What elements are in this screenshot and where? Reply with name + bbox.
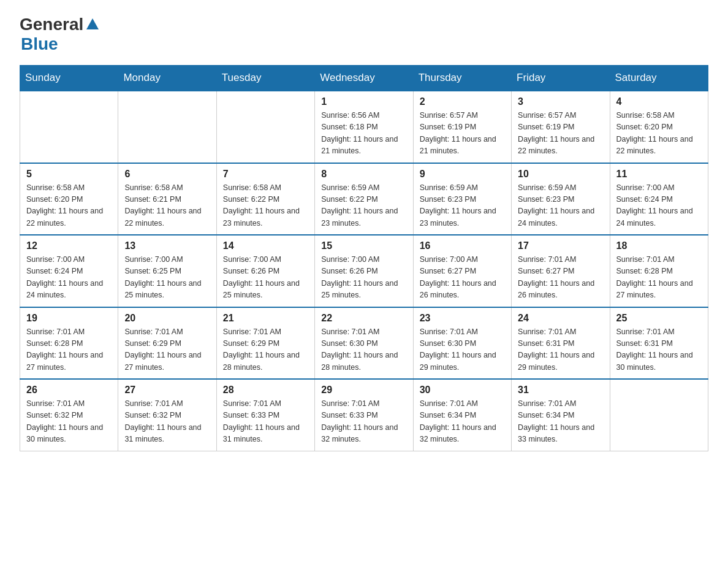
day-number: 11: [616, 169, 702, 180]
day-info: Sunrise: 6:57 AM Sunset: 6:19 PM Dayligh…: [420, 110, 505, 158]
day-number: 26: [26, 385, 112, 396]
header-cell-saturday: Saturday: [610, 66, 708, 91]
day-info: Sunrise: 7:00 AM Sunset: 6:27 PM Dayligh…: [420, 254, 505, 302]
day-cell: 28Sunrise: 7:01 AM Sunset: 6:33 PM Dayli…: [216, 379, 314, 451]
day-info: Sunrise: 7:01 AM Sunset: 6:29 PM Dayligh…: [223, 326, 308, 374]
day-info: Sunrise: 7:01 AM Sunset: 6:30 PM Dayligh…: [420, 326, 505, 374]
day-info: Sunrise: 7:00 AM Sunset: 6:24 PM Dayligh…: [26, 254, 112, 302]
logo-blue-text: Blue: [21, 34, 58, 54]
day-cell: 25Sunrise: 7:01 AM Sunset: 6:31 PM Dayli…: [610, 307, 708, 380]
day-number: 9: [420, 169, 505, 180]
day-info: Sunrise: 7:01 AM Sunset: 6:34 PM Dayligh…: [420, 398, 505, 446]
day-number: 12: [26, 240, 112, 251]
day-info: Sunrise: 7:01 AM Sunset: 6:32 PM Dayligh…: [124, 398, 210, 446]
day-cell: 20Sunrise: 7:01 AM Sunset: 6:29 PM Dayli…: [118, 307, 216, 380]
day-info: Sunrise: 7:01 AM Sunset: 6:33 PM Dayligh…: [321, 398, 406, 446]
day-cell: 9Sunrise: 6:59 AM Sunset: 6:23 PM Daylig…: [413, 163, 511, 236]
day-info: Sunrise: 7:01 AM Sunset: 6:27 PM Dayligh…: [518, 254, 603, 302]
day-number: 15: [321, 240, 406, 251]
day-info: Sunrise: 7:00 AM Sunset: 6:25 PM Dayligh…: [124, 254, 210, 302]
day-cell: [20, 91, 118, 163]
day-info: Sunrise: 6:56 AM Sunset: 6:18 PM Dayligh…: [321, 110, 406, 158]
day-cell: 29Sunrise: 7:01 AM Sunset: 6:33 PM Dayli…: [315, 379, 413, 451]
day-cell: 31Sunrise: 7:01 AM Sunset: 6:34 PM Dayli…: [512, 379, 610, 451]
day-number: 7: [223, 169, 308, 180]
day-number: 29: [321, 385, 406, 396]
day-number: 19: [26, 313, 112, 324]
day-info: Sunrise: 7:00 AM Sunset: 6:24 PM Dayligh…: [616, 182, 702, 230]
day-cell: 7Sunrise: 6:58 AM Sunset: 6:22 PM Daylig…: [216, 163, 314, 236]
calendar-body: 1Sunrise: 6:56 AM Sunset: 6:18 PM Daylig…: [20, 91, 708, 451]
header-row: SundayMondayTuesdayWednesdayThursdayFrid…: [20, 66, 708, 91]
day-number: 17: [518, 240, 603, 251]
week-row-0: 1Sunrise: 6:56 AM Sunset: 6:18 PM Daylig…: [20, 91, 708, 163]
day-cell: 10Sunrise: 6:59 AM Sunset: 6:23 PM Dayli…: [512, 163, 610, 236]
day-info: Sunrise: 7:01 AM Sunset: 6:32 PM Dayligh…: [26, 398, 112, 446]
day-number: 27: [124, 385, 210, 396]
day-cell: 17Sunrise: 7:01 AM Sunset: 6:27 PM Dayli…: [512, 235, 610, 307]
day-cell: 14Sunrise: 7:00 AM Sunset: 6:26 PM Dayli…: [216, 235, 314, 307]
day-cell: 4Sunrise: 6:58 AM Sunset: 6:20 PM Daylig…: [610, 91, 708, 163]
day-cell: 23Sunrise: 7:01 AM Sunset: 6:30 PM Dayli…: [413, 307, 511, 380]
day-cell: 24Sunrise: 7:01 AM Sunset: 6:31 PM Dayli…: [512, 307, 610, 380]
header-cell-monday: Monday: [118, 66, 216, 91]
day-info: Sunrise: 7:01 AM Sunset: 6:28 PM Dayligh…: [616, 254, 702, 302]
day-number: 20: [124, 313, 210, 324]
day-number: 24: [518, 313, 603, 324]
day-info: Sunrise: 6:57 AM Sunset: 6:19 PM Dayligh…: [518, 110, 603, 158]
day-cell: 5Sunrise: 6:58 AM Sunset: 6:20 PM Daylig…: [20, 163, 118, 236]
day-info: Sunrise: 7:01 AM Sunset: 6:31 PM Dayligh…: [518, 326, 603, 374]
day-number: 18: [616, 240, 702, 251]
day-info: Sunrise: 6:59 AM Sunset: 6:23 PM Dayligh…: [518, 182, 603, 230]
day-number: 31: [518, 385, 603, 396]
day-number: 4: [616, 96, 702, 107]
day-cell: [216, 91, 314, 163]
day-info: Sunrise: 7:01 AM Sunset: 6:28 PM Dayligh…: [26, 326, 112, 374]
day-number: 22: [321, 313, 406, 324]
day-cell: 8Sunrise: 6:59 AM Sunset: 6:22 PM Daylig…: [315, 163, 413, 236]
day-info: Sunrise: 6:58 AM Sunset: 6:20 PM Dayligh…: [616, 110, 702, 158]
day-number: 10: [518, 169, 603, 180]
day-number: 5: [26, 169, 112, 180]
day-cell: 3Sunrise: 6:57 AM Sunset: 6:19 PM Daylig…: [512, 91, 610, 163]
day-info: Sunrise: 7:01 AM Sunset: 6:31 PM Dayligh…: [616, 326, 702, 374]
day-number: 21: [223, 313, 308, 324]
day-cell: 1Sunrise: 6:56 AM Sunset: 6:18 PM Daylig…: [315, 91, 413, 163]
day-number: 8: [321, 169, 406, 180]
day-info: Sunrise: 6:58 AM Sunset: 6:21 PM Dayligh…: [124, 182, 210, 230]
day-cell: 22Sunrise: 7:01 AM Sunset: 6:30 PM Dayli…: [315, 307, 413, 380]
day-cell: 21Sunrise: 7:01 AM Sunset: 6:29 PM Dayli…: [216, 307, 314, 380]
day-number: 23: [420, 313, 505, 324]
page-header: General Blue: [20, 15, 708, 54]
day-cell: [610, 379, 708, 451]
calendar-table: SundayMondayTuesdayWednesdayThursdayFrid…: [20, 65, 708, 451]
day-cell: 26Sunrise: 7:01 AM Sunset: 6:32 PM Dayli…: [20, 379, 118, 451]
week-row-2: 12Sunrise: 7:00 AM Sunset: 6:24 PM Dayli…: [20, 235, 708, 307]
day-info: Sunrise: 7:01 AM Sunset: 6:29 PM Dayligh…: [124, 326, 210, 374]
day-number: 14: [223, 240, 308, 251]
day-number: 28: [223, 385, 308, 396]
day-cell: 30Sunrise: 7:01 AM Sunset: 6:34 PM Dayli…: [413, 379, 511, 451]
day-info: Sunrise: 6:59 AM Sunset: 6:23 PM Dayligh…: [420, 182, 505, 230]
logo-line1: General: [20, 15, 102, 34]
day-cell: 6Sunrise: 6:58 AM Sunset: 6:21 PM Daylig…: [118, 163, 216, 236]
day-cell: [118, 91, 216, 163]
day-info: Sunrise: 6:58 AM Sunset: 6:22 PM Dayligh…: [223, 182, 308, 230]
week-row-4: 26Sunrise: 7:01 AM Sunset: 6:32 PM Dayli…: [20, 379, 708, 451]
day-cell: 2Sunrise: 6:57 AM Sunset: 6:19 PM Daylig…: [413, 91, 511, 163]
logo: General Blue: [20, 15, 102, 54]
logo-general-text: General: [20, 15, 83, 34]
day-info: Sunrise: 7:00 AM Sunset: 6:26 PM Dayligh…: [223, 254, 308, 302]
day-number: 16: [420, 240, 505, 251]
day-cell: 15Sunrise: 7:00 AM Sunset: 6:26 PM Dayli…: [315, 235, 413, 307]
day-cell: 27Sunrise: 7:01 AM Sunset: 6:32 PM Dayli…: [118, 379, 216, 451]
logo-arrow-icon: [84, 15, 101, 32]
day-number: 6: [124, 169, 210, 180]
day-info: Sunrise: 7:00 AM Sunset: 6:26 PM Dayligh…: [321, 254, 406, 302]
day-info: Sunrise: 7:01 AM Sunset: 6:30 PM Dayligh…: [321, 326, 406, 374]
week-row-1: 5Sunrise: 6:58 AM Sunset: 6:20 PM Daylig…: [20, 163, 708, 236]
day-cell: 12Sunrise: 7:00 AM Sunset: 6:24 PM Dayli…: [20, 235, 118, 307]
day-number: 1: [321, 96, 406, 107]
calendar-header: SundayMondayTuesdayWednesdayThursdayFrid…: [20, 66, 708, 91]
day-info: Sunrise: 7:01 AM Sunset: 6:34 PM Dayligh…: [518, 398, 603, 446]
